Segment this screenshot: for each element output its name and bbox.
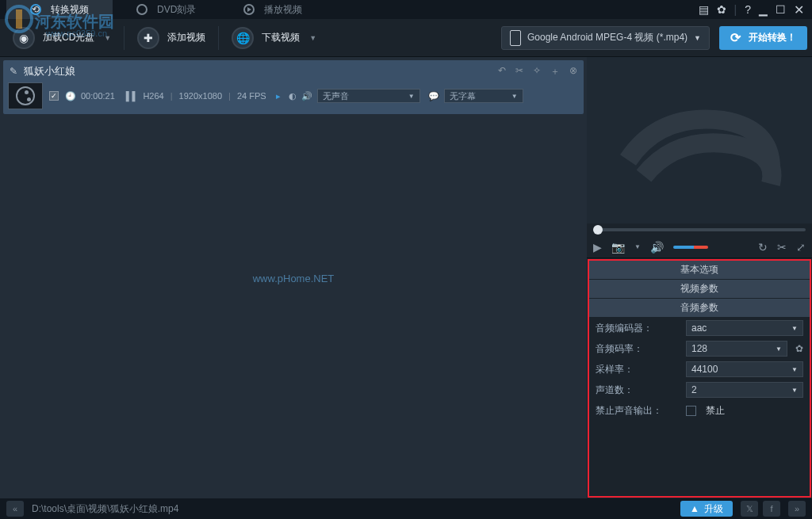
volume-slider[interactable] bbox=[673, 246, 708, 249]
bitrate-label: 音频码率： bbox=[596, 342, 683, 356]
load-cd-label: 加载CD光盘 bbox=[43, 31, 94, 44]
upgrade-label: 升级 bbox=[704, 502, 723, 516]
file-thumbnail bbox=[8, 82, 43, 109]
remove-icon[interactable]: ⊗ bbox=[569, 65, 577, 78]
output-path: D:\tools\桌面\视频\狐妖小红娘.mp4 bbox=[32, 502, 672, 516]
chevron-down-icon: ▼ bbox=[309, 34, 316, 42]
globe-icon: ◐ bbox=[289, 91, 297, 101]
volume-icon[interactable]: 🔊 bbox=[650, 241, 664, 254]
disable-audio-label: 禁止声音输出： bbox=[596, 404, 683, 418]
audio-track-select[interactable]: 无声音▼ bbox=[317, 89, 420, 103]
top-tabs: ⟲ 转换视频 DVD刻录 播放视频 ▤ ✿ | ? ▁ ☐ ✕ bbox=[0, 0, 812, 19]
tab-convert[interactable]: ⟲ 转换视频 bbox=[6, 0, 113, 19]
center-watermark: www.pHome.NET bbox=[253, 272, 335, 284]
add-video-label: 添加视频 bbox=[167, 31, 205, 44]
channels-select[interactable]: 2▼ bbox=[686, 382, 803, 398]
tab-play[interactable]: 播放视频 bbox=[220, 0, 326, 19]
gear-icon[interactable]: ✿ bbox=[795, 343, 803, 354]
subtitle-icon: 💬 bbox=[428, 91, 439, 101]
load-cd-button[interactable]: ◉ 加载CD光盘 ▼ bbox=[5, 23, 119, 53]
download-label: 下载视频 bbox=[262, 31, 300, 44]
twitter-button[interactable]: 𝕏 bbox=[741, 501, 758, 517]
profile-label: Google Android MPEG-4 视频 (*.mp4) bbox=[527, 31, 688, 44]
play-icon bbox=[243, 4, 255, 15]
basic-options-header[interactable]: 基本选项 bbox=[589, 261, 810, 280]
audio-sel-label: 无声音 bbox=[323, 90, 349, 102]
edit-icon[interactable]: ✎ bbox=[10, 66, 17, 77]
disable-audio-checkbox[interactable] bbox=[686, 406, 696, 416]
chevron-down-icon: ▼ bbox=[104, 34, 111, 42]
help-icon[interactable]: ? bbox=[745, 3, 751, 16]
seek-thumb[interactable] bbox=[593, 225, 603, 235]
settings-icon[interactable]: ✿ bbox=[717, 3, 726, 16]
effects-icon[interactable]: ✧ bbox=[533, 65, 541, 78]
cd-icon: ◉ bbox=[13, 27, 35, 49]
film-icon: ▌▌ bbox=[126, 91, 139, 101]
options-panel: 基本选项 视频参数 音频参数 音频编码器： aac▼ 音频码率： 128▼ ✿ … bbox=[588, 259, 811, 498]
preview-area bbox=[587, 57, 812, 223]
film-plus-icon: ✚ bbox=[137, 27, 159, 49]
audio-params-header[interactable]: 音频参数 bbox=[589, 299, 810, 318]
up-arrow-icon: ▲ bbox=[690, 503, 699, 514]
file-resolution: 1920x1080 bbox=[179, 91, 222, 101]
status-bar: « D:\tools\桌面\视频\狐妖小红娘.mp4 ▲ 升级 𝕏 f » bbox=[0, 498, 812, 519]
channels-label: 声道数： bbox=[596, 384, 683, 397]
subtitle-select[interactable]: 无字幕▼ bbox=[444, 89, 523, 103]
chevron-down-icon: ▼ bbox=[694, 34, 701, 42]
cut-icon[interactable]: ✂ bbox=[515, 65, 523, 78]
seek-bar[interactable] bbox=[587, 223, 812, 236]
output-profile-select[interactable]: Google Android MPEG-4 视频 (*.mp4) ▼ bbox=[501, 26, 710, 50]
window-controls: ▤ ✿ | ? ▁ ☐ ✕ bbox=[699, 2, 812, 17]
file-fps: 24 FPS bbox=[237, 91, 266, 101]
fullscreen-button[interactable]: ⤢ bbox=[796, 241, 806, 254]
device-icon bbox=[510, 30, 521, 46]
clock-icon: 🕘 bbox=[65, 91, 76, 101]
convert-label: 开始转换！ bbox=[749, 31, 796, 44]
file-name: 狐妖小红娘 bbox=[24, 64, 492, 78]
upgrade-button[interactable]: ▲ 升级 bbox=[680, 501, 733, 517]
refresh-icon: ⟳ bbox=[730, 30, 741, 45]
speaker-icon: 🔊 bbox=[301, 91, 312, 101]
disc-icon bbox=[136, 4, 147, 15]
rotate-button[interactable]: ↻ bbox=[758, 241, 768, 254]
bitrate-select[interactable]: 128▼ bbox=[686, 341, 787, 357]
snapshot-button[interactable]: 📷 bbox=[611, 241, 625, 254]
player-controls: ▶ 📷 ▼ 🔊 ↻ ✂ ⤢ bbox=[587, 236, 812, 258]
add-video-button[interactable]: ✚ 添加视频 bbox=[129, 23, 213, 53]
samplerate-select[interactable]: 44100▼ bbox=[686, 361, 803, 377]
start-convert-button[interactable]: ⟳ 开始转换！ bbox=[719, 26, 807, 50]
file-list-pane: ✎ 狐妖小红娘 ↶ ✂ ✧ ＋ ⊗ ✓ 🕘 00:00:21 ▌▌ H264 bbox=[0, 57, 587, 498]
filmstrip-graphic bbox=[612, 81, 787, 200]
globe-plus-icon: 🌐 bbox=[232, 27, 254, 49]
loop-icon: ⟲ bbox=[30, 4, 41, 15]
file-duration: 00:00:21 bbox=[81, 91, 115, 101]
menu-icon[interactable]: ▤ bbox=[699, 3, 709, 16]
facebook-button[interactable]: f bbox=[763, 501, 780, 517]
right-panel: ▶ 📷 ▼ 🔊 ↻ ✂ ⤢ 基本选项 视频参数 音频参数 音频编码器： aac▼… bbox=[587, 57, 812, 498]
video-params-header[interactable]: 视频参数 bbox=[589, 280, 810, 299]
collapse-right-button[interactable]: » bbox=[788, 501, 806, 517]
maximize-icon[interactable]: ☐ bbox=[776, 3, 786, 16]
tab-convert-label: 转换视频 bbox=[51, 3, 89, 17]
tab-play-label: 播放视频 bbox=[264, 3, 302, 17]
file-codec: H264 bbox=[143, 91, 163, 101]
play-button[interactable]: ▶ bbox=[593, 241, 602, 254]
file-checkbox[interactable]: ✓ bbox=[49, 91, 59, 101]
tab-dvd[interactable]: DVD刻录 bbox=[113, 0, 220, 19]
encoder-label: 音频编码器： bbox=[596, 322, 683, 335]
toolbar: ◉ 加载CD光盘 ▼ ✚ 添加视频 🌐 下载视频 ▼ Google Androi… bbox=[0, 19, 812, 57]
tab-dvd-label: DVD刻录 bbox=[157, 3, 196, 17]
info-icon[interactable]: ▸ bbox=[276, 91, 281, 101]
close-icon[interactable]: ✕ bbox=[794, 2, 804, 17]
file-item[interactable]: ✎ 狐妖小红娘 ↶ ✂ ✧ ＋ ⊗ ✓ 🕘 00:00:21 ▌▌ H264 bbox=[3, 60, 584, 114]
download-button[interactable]: 🌐 下载视频 ▼ bbox=[224, 23, 324, 53]
minimize-icon[interactable]: ▁ bbox=[759, 3, 768, 16]
undo-icon[interactable]: ↶ bbox=[498, 65, 506, 78]
collapse-left-button[interactable]: « bbox=[6, 501, 24, 517]
add-icon[interactable]: ＋ bbox=[550, 65, 560, 78]
disable-audio-text: 禁止 bbox=[706, 404, 725, 418]
samplerate-label: 采样率： bbox=[596, 363, 683, 376]
encoder-select[interactable]: aac▼ bbox=[686, 320, 803, 336]
crop-button[interactable]: ✂ bbox=[777, 241, 787, 254]
subtitle-sel-label: 无字幕 bbox=[450, 90, 476, 102]
